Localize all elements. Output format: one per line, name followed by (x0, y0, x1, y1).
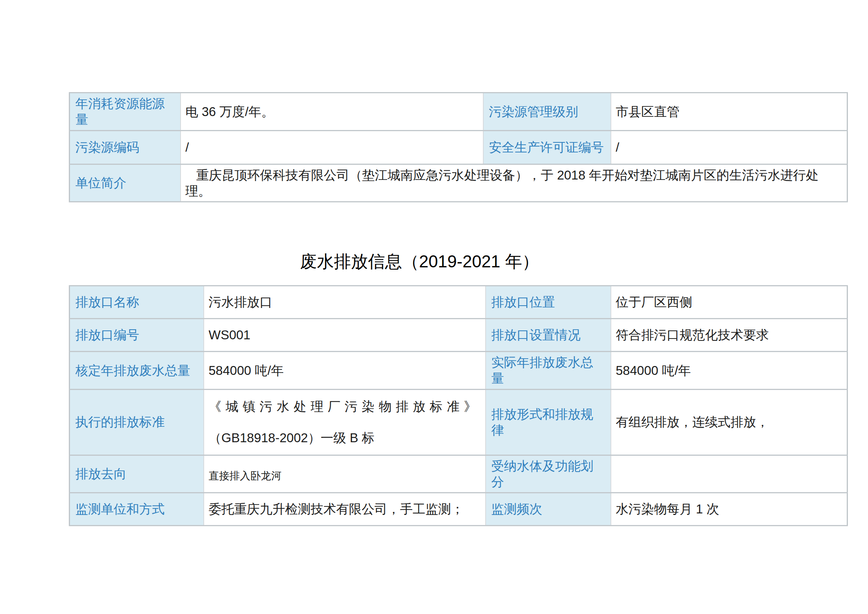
table-row: 排放口名称 污水排放口 排放口位置 位于厂区西侧 (70, 286, 848, 319)
label-emission-mode-and-pattern: 排放形式和排放规律 (486, 389, 611, 455)
label-pollution-source-code: 污染源编码 (70, 130, 181, 164)
value-approved-annual-wastewater-total: 584000 吨/年 (204, 352, 486, 390)
value-annual-energy-consumption: 电 36 万度/年。 (181, 93, 483, 131)
label-approved-annual-wastewater-total: 核定年排放废水总量 (70, 352, 204, 390)
label-pollution-source-management-level: 污染源管理级别 (483, 93, 611, 131)
table-row: 监测单位和方式 委托重庆九升检测技术有限公司，手工监测； 监测频次 水污染物每月… (70, 493, 848, 526)
table-row: 排放去向 直接排入卧龙河 受纳水体及功能划分 (70, 455, 848, 493)
label-company-profile: 单位简介 (70, 164, 181, 202)
label-outlet-number: 排放口编号 (70, 319, 204, 352)
value-safety-production-license-number: / (611, 130, 848, 164)
emission-standard-line1: 《城镇污水处理厂污染物排放标准》 (209, 399, 481, 414)
label-monitoring-unit-and-method: 监测单位和方式 (70, 493, 204, 526)
label-emission-standard: 执行的排放标准 (70, 389, 204, 455)
value-monitoring-frequency: 水污染物每月 1 次 (611, 493, 848, 526)
value-company-profile: 重庆昆顶环保科技有限公司（垫江城南应急污水处理设备），于 2018 年开始对垫江… (181, 164, 848, 202)
section-title-wastewater-discharge-info: 废水排放信息（2019-2021 年） (69, 251, 770, 272)
value-outlet-location: 位于厂区西侧 (611, 286, 848, 319)
table-row: 污染源编码 / 安全生产许可证编号 / (70, 130, 848, 164)
value-pollution-source-code: / (181, 130, 483, 164)
value-outlet-name: 污水排放口 (204, 286, 486, 319)
table-row: 排放口编号 WS001 排放口设置情况 符合排污口规范化技术要求 (70, 319, 848, 352)
value-receiving-water-body-function (611, 455, 848, 493)
value-pollution-source-management-level: 市县区直管 (611, 93, 848, 131)
value-outlet-setup-status: 符合排污口规范化技术要求 (611, 319, 848, 352)
label-receiving-water-body-function: 受纳水体及功能划分 (486, 455, 611, 493)
label-safety-production-license-number: 安全生产许可证编号 (483, 130, 611, 164)
label-outlet-location: 排放口位置 (486, 286, 611, 319)
table-row: 单位简介 重庆昆顶环保科技有限公司（垫江城南应急污水处理设备），于 2018 年… (70, 164, 848, 202)
table-row: 执行的排放标准 《城镇污水处理厂污染物排放标准》 （GB18918-2002）一… (70, 389, 848, 455)
label-monitoring-frequency: 监测频次 (486, 493, 611, 526)
company-info-table: 年消耗资源能源量 电 36 万度/年。 污染源管理级别 市县区直管 污染源编码 … (69, 92, 848, 202)
label-outlet-name: 排放口名称 (70, 286, 204, 319)
value-outlet-number: WS001 (204, 319, 486, 352)
value-emission-standard: 《城镇污水处理厂污染物排放标准》 （GB18918-2002）一级 B 标 (204, 389, 486, 455)
value-emission-mode-and-pattern: 有组织排放，连续式排放， (611, 389, 848, 455)
label-actual-annual-wastewater-total: 实际年排放废水总量 (486, 352, 611, 390)
value-actual-annual-wastewater-total: 584000 吨/年 (611, 352, 848, 390)
value-monitoring-unit-and-method: 委托重庆九升检测技术有限公司，手工监测； (204, 493, 486, 526)
table-row: 核定年排放废水总量 584000 吨/年 实际年排放废水总量 584000 吨/… (70, 352, 848, 390)
table-row: 年消耗资源能源量 电 36 万度/年。 污染源管理级别 市县区直管 (70, 93, 848, 131)
wastewater-discharge-table: 排放口名称 污水排放口 排放口位置 位于厂区西侧 排放口编号 WS001 排放口… (69, 285, 848, 526)
label-discharge-destination: 排放去向 (70, 455, 204, 493)
value-discharge-destination: 直接排入卧龙河 (204, 455, 486, 493)
label-outlet-setup-status: 排放口设置情况 (486, 319, 611, 352)
emission-standard-line2: （GB18918-2002）一级 B 标 (209, 430, 481, 446)
label-annual-energy-consumption: 年消耗资源能源量 (70, 93, 181, 131)
